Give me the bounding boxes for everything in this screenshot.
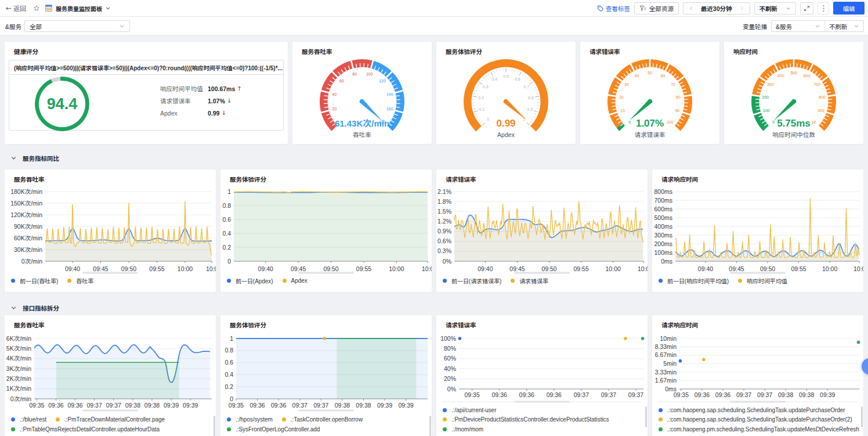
horizontal-scrollbar[interactable]	[730, 272, 786, 274]
gauge-minor-tick	[473, 109, 476, 109]
gauge-tick-label: 100	[667, 120, 674, 124]
section-header-interface-metrics[interactable]: 接口指标拆分	[10, 300, 59, 316]
favorite-star-icon-shape-shape	[34, 6, 39, 10]
gauge-minor-tick	[537, 106, 539, 106]
legend-item[interactable]: .:/api/current-user	[443, 405, 496, 415]
gauge-minor-tick	[533, 85, 534, 86]
gauge-tick-label: 90	[675, 109, 679, 113]
chart-legend: .:/hpos/system.:TaskController.openBorro…	[227, 415, 429, 434]
legend-vertical-scrollbar[interactable]	[645, 406, 647, 427]
edit-button[interactable]: 编辑	[833, 2, 865, 15]
legend-item[interactable]: 前一日(请求错误率)	[443, 276, 501, 285]
horizontal-scrollbar[interactable]	[514, 401, 570, 403]
section-collapse-icon[interactable]	[10, 305, 17, 311]
horizontal-scrollbar[interactable]	[298, 410, 354, 412]
legend-vertical-scrollbar[interactable]	[429, 416, 431, 436]
more-actions-button[interactable]	[818, 2, 829, 15]
x-axis-label: 09:39	[164, 402, 179, 409]
dashboard-icon-shape-shape	[48, 8, 49, 10]
horizontal-scrollbar[interactable]	[514, 272, 570, 274]
legend-item[interactable]: .:com.haopeng.pm.scheduling.SchedulingTa…	[659, 424, 859, 434]
line-chart: 0ms100ms200ms300ms400ms500ms600ms700ms80…	[652, 170, 863, 292]
x-axis-label: 09:38	[778, 391, 793, 398]
gauge-tick-label: 40	[635, 74, 639, 78]
legend-item[interactable]: .:/blue/rest	[11, 415, 46, 424]
back-button[interactable]: ←返回	[6, 3, 26, 13]
y-axis-label: 1.5%	[437, 208, 451, 215]
y-axis-label: 60%	[444, 355, 456, 362]
rotation-variable-select[interactable]: &服务	[772, 21, 825, 31]
time-next-button[interactable]	[738, 6, 746, 11]
legend-dot	[443, 279, 447, 283]
x-axis-label: 10:0	[422, 265, 432, 272]
legend-item[interactable]: .:PmTraceDownMaterialController.page	[56, 415, 165, 424]
y-axis-label: 0次/min	[10, 395, 31, 402]
legend-label: 前一日(Apdex)	[236, 276, 273, 285]
legend-item[interactable]: .:TaskController.openBorrow	[282, 415, 363, 424]
legend-label: Apdex	[291, 278, 308, 284]
gauge-minor-tick	[481, 80, 483, 81]
resource-filter-select[interactable]: 全部资源	[634, 2, 679, 15]
legend-item[interactable]: 前一日(吞吐率)	[11, 276, 58, 285]
y-axis-label: 90K次/min	[14, 223, 42, 230]
horizontal-scrollbar[interactable]	[82, 410, 138, 412]
legend-item[interactable]: .:/hpos/system	[227, 415, 273, 424]
title-caret-icon[interactable]	[105, 5, 111, 11]
legend-vertical-scrollbar[interactable]	[861, 406, 863, 427]
section-collapse-icon[interactable]	[10, 155, 17, 161]
gauge-minor-tick	[533, 117, 536, 118]
gauge-major-tick	[535, 96, 539, 97]
legend-item[interactable]: .:PmTableQmsRejectsDetailController.upda…	[11, 424, 160, 434]
gauge-sub-label: 吞吐率	[353, 131, 371, 138]
legend-label: .:com.haopeng.pm.scheduling.SchedulingTa…	[667, 426, 859, 433]
legend-vertical-scrollbar[interactable]	[214, 416, 215, 436]
legend-dot	[11, 427, 15, 431]
variable-rotation-label: 变量轮播	[743, 17, 767, 35]
x-axis-label: 09:37	[574, 391, 589, 398]
legend-item[interactable]: 响应时间平均值	[738, 276, 787, 285]
x-axis-label: 09:37	[757, 391, 772, 398]
service-variable-select[interactable]: 全部	[24, 20, 130, 32]
gauge-minor-tick	[530, 121, 531, 123]
refresh-select[interactable]: 不刷新	[754, 2, 797, 15]
y-axis-label: 0	[227, 258, 231, 265]
gauge-minor-tick	[478, 85, 479, 86]
gauge-major-tick	[527, 122, 530, 125]
legend-label: 请求错误率	[519, 276, 548, 285]
view-tags-button[interactable]: 查看标签	[597, 4, 630, 13]
rotation-variable-value: &服务	[776, 22, 792, 31]
gauge-minor-tick	[486, 75, 487, 77]
y-axis-label: 100%	[440, 335, 456, 342]
health-metric-row: 请求错误率1.07%↓	[160, 95, 242, 107]
legend-item[interactable]: 前一日(响应时间平均值)	[659, 276, 729, 285]
legend-dot	[511, 279, 515, 283]
legend-item[interactable]: 吞吐率	[67, 276, 93, 285]
time-prev-button[interactable]	[688, 6, 695, 11]
section-header-service-metrics[interactable]: 服务指标同比	[10, 150, 59, 166]
horizontal-scrollbar[interactable]	[298, 272, 354, 274]
horizontal-scrollbar[interactable]	[730, 401, 786, 403]
gauge-tick-label: 100	[763, 109, 770, 113]
legend-item[interactable]: Apdex	[283, 276, 308, 285]
legend-item[interactable]: .:com.haopeng.sap.scheduling.SchedulingT…	[659, 415, 852, 424]
time-range-label[interactable]: 最近30分钟	[701, 4, 732, 13]
y-axis-label: 1K次/min	[6, 385, 31, 392]
gauge-minor-tick	[523, 73, 524, 75]
gauge-card-3: 请求错误率01020304050607080901001.07%请求错误率	[580, 42, 719, 144]
legend-item[interactable]: 请求错误率	[511, 276, 548, 285]
favorite-star-icon-shape	[33, 5, 40, 12]
legend-item[interactable]: .:SysFrontOperLogController.add	[227, 424, 320, 434]
legend-item[interactable]: 前一日(Apdex)	[227, 276, 273, 285]
legend-item[interactable]: .:/mom/mom	[443, 424, 483, 434]
legend-dot	[227, 417, 231, 421]
horizontal-scrollbar[interactable]	[82, 272, 138, 274]
legend-item[interactable]: .:com.haopeng.sap.scheduling.SchedulingT…	[659, 405, 845, 415]
legend-item[interactable]: .:PmDeviceProductStatisticsController.de…	[443, 415, 609, 424]
favorite-star-icon[interactable]	[33, 5, 40, 12]
y-axis-label: 1	[227, 188, 231, 195]
gauge-tick-label: 100	[366, 72, 373, 76]
rotation-refresh-select[interactable]: 不刷新	[825, 21, 863, 31]
gauge-tick-label: 60	[661, 74, 666, 78]
fullscreen-button[interactable]	[800, 2, 813, 15]
filter-icon-shape	[644, 8, 645, 9]
